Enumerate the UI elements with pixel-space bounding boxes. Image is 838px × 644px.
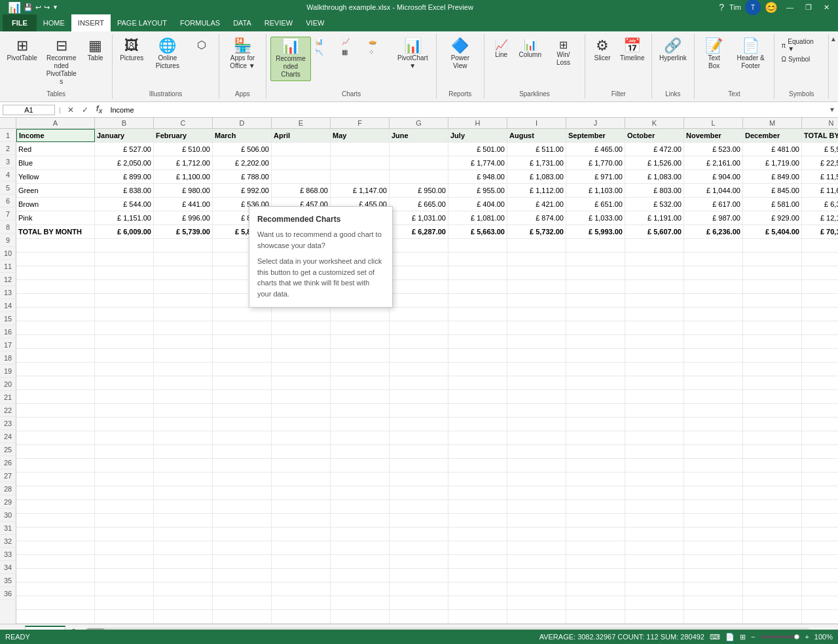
cell-row36-col5[interactable] — [272, 610, 331, 623]
cell-row15-col1[interactable] — [16, 321, 95, 334]
cell-row36-col6[interactable] — [331, 610, 390, 623]
cell-row30-col13[interactable] — [743, 528, 802, 541]
cell-row32-col6[interactable] — [331, 555, 390, 568]
cell-h4[interactable]: £ 948.00 — [448, 170, 507, 183]
cell-row36-col11[interactable] — [625, 610, 684, 623]
cell-row15-col3[interactable] — [154, 321, 213, 334]
row-header-8[interactable]: 8 — [0, 221, 16, 234]
tab-formulas[interactable]: FORMULAS — [173, 14, 227, 31]
cell-row34-col1[interactable] — [16, 582, 95, 596]
restore-btn[interactable]: ❐ — [802, 3, 815, 12]
cell-row26-col14[interactable] — [802, 473, 838, 486]
cell-row28-col2[interactable] — [95, 500, 154, 513]
cell-e5[interactable]: £ 868.00 — [272, 184, 331, 197]
cell-row22-col2[interactable] — [95, 418, 154, 431]
cell-row21-col12[interactable] — [684, 404, 743, 417]
cell-row23-col5[interactable] — [272, 431, 331, 444]
cell-row36-col4[interactable] — [213, 610, 272, 623]
cell-a7[interactable]: Pink — [16, 211, 95, 224]
cell-row22-col9[interactable] — [507, 418, 566, 431]
cell-row29-col7[interactable] — [390, 514, 448, 527]
cell-row24-col1[interactable] — [16, 445, 95, 458]
cell-row35-col4[interactable] — [213, 596, 272, 609]
cell-row27-col1[interactable] — [16, 486, 95, 499]
cell-i6[interactable]: £ 421.00 — [507, 198, 566, 211]
tab-review[interactable]: REVIEW — [258, 14, 299, 31]
cell-row11-col1[interactable] — [16, 266, 95, 279]
cell-row32-col4[interactable] — [213, 555, 272, 568]
cell-row15-col6[interactable] — [331, 321, 390, 334]
cell-row22-col10[interactable] — [566, 418, 625, 431]
col-header-j[interactable]: J — [566, 118, 625, 128]
cell-row17-col12[interactable] — [684, 349, 743, 362]
cell-row19-col2[interactable] — [95, 376, 154, 389]
zoom-out-btn[interactable]: − — [751, 633, 755, 638]
win-loss-btn[interactable]: ⊞ Win/ Loss — [546, 37, 581, 69]
formula-input[interactable]: Income — [107, 105, 826, 115]
cell-c8[interactable]: £ 5,739.00 — [154, 225, 213, 238]
cell-k6[interactable]: £ 532.00 — [625, 198, 684, 211]
cell-row25-col11[interactable] — [625, 459, 684, 472]
cell-row13-col9[interactable] — [507, 294, 566, 307]
col-header-g[interactable]: G — [390, 118, 448, 128]
formula-expand-btn[interactable]: ▼ — [829, 106, 835, 113]
cell-row30-col4[interactable] — [213, 528, 272, 541]
cell-n4[interactable]: £ 11,550.00 — [802, 170, 838, 183]
cell-row20-col4[interactable] — [213, 390, 272, 403]
col-header-d[interactable]: D — [213, 118, 272, 128]
cell-a6[interactable]: Brown — [16, 198, 95, 211]
cell-row26-col10[interactable] — [566, 473, 625, 486]
cell-c4[interactable]: £ 1,100.00 — [154, 170, 213, 183]
cell-row35-col12[interactable] — [684, 596, 743, 609]
cell-row29-col12[interactable] — [684, 514, 743, 527]
cell-row14-col11[interactable] — [625, 308, 684, 321]
cell-h7[interactable]: £ 1,081.00 — [448, 211, 507, 224]
cell-row9-col13[interactable] — [743, 239, 802, 252]
cell-row16-col4[interactable] — [213, 335, 272, 348]
cell-row25-col4[interactable] — [213, 459, 272, 472]
equation-btn[interactable]: π Equation ▼ — [778, 37, 824, 54]
cell-row26-col6[interactable] — [331, 473, 390, 486]
row-header-30[interactable]: 30 — [0, 509, 16, 522]
cell-row26-col13[interactable] — [743, 473, 802, 486]
cell-row35-col7[interactable] — [390, 596, 448, 609]
cell-i4[interactable]: £ 1,083.00 — [507, 170, 566, 183]
cell-d1[interactable]: March — [213, 129, 272, 142]
cell-row10-col13[interactable] — [743, 253, 802, 266]
cell-row10-col7[interactable] — [390, 253, 448, 266]
cell-k3[interactable]: £ 1,526.00 — [625, 156, 684, 170]
row-header-28[interactable]: 28 — [0, 482, 16, 495]
cell-k4[interactable]: £ 1,083.00 — [625, 170, 684, 183]
cell-row17-col2[interactable] — [95, 349, 154, 362]
col-header-h[interactable]: H — [448, 118, 507, 128]
cell-row19-col12[interactable] — [684, 376, 743, 389]
cell-row35-col11[interactable] — [625, 596, 684, 609]
cell-row24-col13[interactable] — [743, 445, 802, 458]
cell-row26-col12[interactable] — [684, 473, 743, 486]
cell-row22-col4[interactable] — [213, 418, 272, 431]
cell-row34-col12[interactable] — [684, 582, 743, 596]
cell-row12-col10[interactable] — [566, 280, 625, 293]
cell-row28-col14[interactable] — [802, 500, 838, 513]
cell-row21-col11[interactable] — [625, 404, 684, 417]
col-header-n[interactable]: N — [802, 118, 838, 128]
cell-row22-col3[interactable] — [154, 418, 213, 431]
cell-row31-col4[interactable] — [213, 541, 272, 554]
help-btn[interactable]: ? — [719, 2, 724, 12]
cell-row14-col2[interactable] — [95, 308, 154, 321]
cell-row12-col8[interactable] — [448, 280, 507, 293]
cell-row30-col8[interactable] — [448, 528, 507, 541]
cell-row9-col10[interactable] — [566, 239, 625, 252]
cell-b1[interactable]: January — [95, 129, 154, 142]
cell-row19-col1[interactable] — [16, 376, 95, 389]
cell-row20-col5[interactable] — [272, 390, 331, 403]
cell-b4[interactable]: £ 899.00 — [95, 170, 154, 183]
cell-row29-col2[interactable] — [95, 514, 154, 527]
minimize-btn[interactable]: — — [783, 3, 797, 11]
cell-l3[interactable]: £ 2,161.00 — [684, 156, 743, 170]
save-btn[interactable]: 💾 — [24, 3, 33, 12]
cell-row13-col1[interactable] — [16, 294, 95, 307]
cell-c7[interactable]: £ 996.00 — [154, 211, 213, 224]
cell-row22-col13[interactable] — [743, 418, 802, 431]
cell-row21-col5[interactable] — [272, 404, 331, 417]
